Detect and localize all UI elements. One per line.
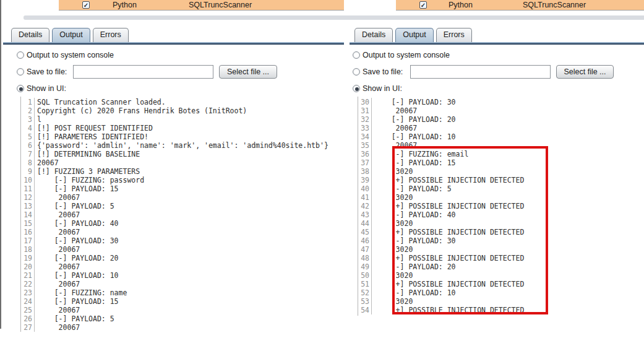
log-line: 13 [-] PAYLOAD: 5	[21, 202, 344, 210]
select-file-button[interactable]: Select file ...	[556, 65, 614, 79]
line-text: 20067	[37, 306, 80, 314]
log-line: 45 [+] POSSIBLE INJECTION DETECTED	[358, 228, 644, 236]
line-number: 41	[358, 193, 372, 202]
log-line: 9[!] FUZZING 3 PARAMETERS	[21, 167, 344, 176]
output-log-right[interactable]: 30 [-] PAYLOAD: 3031 2006732 [-] PAYLOAD…	[358, 97, 644, 316]
extension-row[interactable]: ✓ Python SQLTruncScanner	[59, 0, 344, 11]
line-number: 52	[358, 288, 372, 297]
log-line: 19 [-] PAYLOAD: 20	[21, 254, 344, 262]
line-text: [-] PAYLOAD: 10	[37, 271, 119, 280]
line-text: [+] POSSIBLE INJECTION DETECTED	[374, 280, 524, 288]
log-line: 18 20067	[21, 245, 344, 254]
log-line: 1SQL Truncation Scanner loaded.	[21, 98, 344, 106]
splitter-bar[interactable]	[24, 15, 644, 20]
line-text: [-] PAYLOAD: 5	[37, 314, 114, 323]
line-number: 2	[21, 106, 35, 115]
line-text: 20067	[374, 124, 417, 132]
save-file-path-input[interactable]	[410, 65, 551, 79]
tab-details[interactable]: Details	[11, 28, 49, 42]
line-number: 54	[358, 306, 372, 314]
line-text: 3020	[374, 193, 413, 202]
log-line: 32 [-] PAYLOAD: 20	[358, 115, 644, 124]
log-line: 5[!] PARAMETERS IDENTIFIED!	[21, 132, 344, 141]
log-line: 42 [+] POSSIBLE INJECTION DETECTED	[358, 202, 644, 210]
line-text: 3020	[374, 297, 413, 306]
line-number: 40	[358, 184, 372, 193]
log-line: 41 3020	[358, 193, 644, 202]
extension-name: SQLTruncScanner	[523, 1, 586, 9]
line-text: {'password': 'admlin', 'name': 'mark', '…	[37, 141, 328, 150]
log-line: 11 [-] PAYLOAD: 15	[21, 184, 344, 193]
radio-show-in-ui-label: Show in UI:	[363, 84, 402, 93]
line-number: 26	[21, 314, 35, 323]
checkbox-checked-icon[interactable]: ✓	[82, 1, 90, 9]
log-line: 35 20067	[358, 141, 644, 150]
tab-errors[interactable]: Errors	[93, 28, 129, 42]
radio-show-in-ui-label: Show in UI:	[27, 84, 66, 93]
line-text: 20067	[37, 245, 80, 254]
log-line: 4[!] POST REQUEST IDENTIFIED	[21, 124, 344, 132]
log-line: 38 3020	[358, 167, 644, 176]
log-line: 16 20067	[21, 228, 344, 236]
line-number: 45	[358, 228, 372, 236]
line-text: 20067	[37, 210, 80, 219]
tab-underline	[3, 42, 344, 45]
radio-save-to-file[interactable]	[353, 68, 360, 76]
line-number: 34	[358, 132, 372, 141]
radio-output-console[interactable]	[353, 51, 360, 59]
line-text: 20067	[37, 280, 80, 288]
radio-show-in-ui[interactable]	[17, 85, 24, 92]
line-number: 49	[358, 262, 372, 271]
line-number: 16	[21, 228, 35, 236]
line-text: [-] PAYLOAD: 40	[374, 210, 456, 219]
line-number: 25	[21, 306, 35, 314]
line-number: 43	[358, 210, 372, 219]
line-number: 17	[21, 236, 35, 245]
output-log-left[interactable]: 1SQL Truncation Scanner loaded.2Copyrigh…	[20, 97, 344, 332]
line-text: [!] PARAMETERS IDENTIFIED!	[37, 132, 148, 141]
line-text: [-] PAYLOAD: 40	[37, 219, 119, 228]
log-line: 12 20067	[21, 193, 344, 202]
line-text: [-] FUZZING: name	[37, 288, 127, 297]
radio-save-to-file[interactable]	[17, 68, 24, 76]
line-number: 3	[21, 115, 35, 124]
left-tab-bar: Details Output Errors	[11, 28, 129, 42]
log-line: 820067	[21, 158, 344, 167]
line-text: [-] PAYLOAD: 20	[374, 115, 456, 124]
log-line: 34 [-] PAYLOAD: 10	[358, 132, 644, 141]
line-text: [-] PAYLOAD: 30	[374, 236, 456, 245]
log-line: 21 [-] PAYLOAD: 10	[21, 271, 344, 280]
line-number: 4	[21, 124, 35, 132]
line-text: 20067	[37, 323, 80, 332]
select-file-button[interactable]: Select file ...	[219, 65, 277, 79]
tab-errors[interactable]: Errors	[436, 28, 472, 42]
tab-output[interactable]: Output	[52, 28, 90, 42]
log-line: 31 20067	[358, 106, 644, 115]
checkbox-checked-icon[interactable]: ✓	[419, 1, 427, 9]
save-file-path-input[interactable]	[73, 65, 213, 79]
line-text: [-] PAYLOAD: 5	[37, 202, 114, 210]
line-number: 38	[358, 167, 372, 176]
log-line: 20 20067	[21, 262, 344, 271]
line-text: [-] PAYLOAD: 10	[374, 288, 456, 297]
line-number: 44	[358, 219, 372, 228]
tab-output[interactable]: Output	[395, 28, 434, 42]
line-number: 1	[21, 98, 35, 106]
log-line: 54 [+] POSSIBLE INJECTION DETECTED	[358, 306, 644, 314]
line-text: 20067	[37, 158, 59, 167]
line-number: 18	[21, 245, 35, 254]
line-text: 3020	[374, 167, 413, 176]
line-text: [-] PAYLOAD: 15	[37, 297, 119, 306]
radio-show-in-ui[interactable]	[353, 85, 360, 92]
radio-output-console[interactable]	[17, 51, 24, 59]
line-text: l	[37, 115, 41, 124]
log-line: 51 [+] POSSIBLE INJECTION DETECTED	[358, 280, 644, 288]
line-number: 32	[358, 115, 372, 124]
log-line: 49 [-] PAYLOAD: 20	[358, 262, 644, 271]
line-number: 10	[21, 176, 35, 184]
extension-row[interactable]: ✓ Python SQLTruncScanner	[396, 0, 644, 11]
tab-details[interactable]: Details	[354, 28, 393, 42]
radio-save-to-file-label: Save to file:	[27, 67, 67, 76]
line-number: 21	[21, 271, 35, 280]
line-number: 31	[358, 106, 372, 115]
